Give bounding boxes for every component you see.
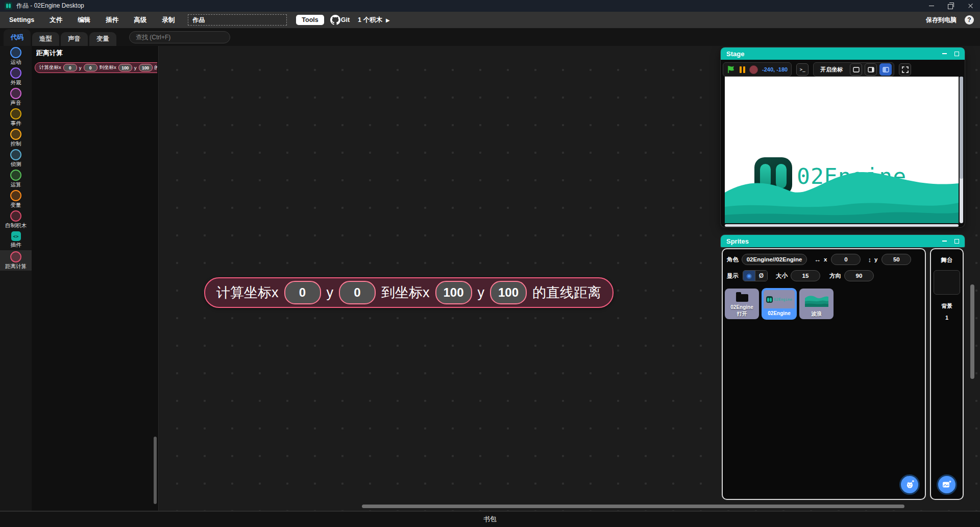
category-label: 运算 <box>11 181 21 188</box>
category-motion[interactable]: 运动 <box>0 46 32 66</box>
pause-button[interactable] <box>740 66 745 73</box>
sprite-y-input[interactable]: 50 <box>881 254 911 265</box>
category-label: 声音 <box>11 100 21 107</box>
category-distance-circle-icon <box>10 251 21 262</box>
sprites-minimize-icon[interactable] <box>942 241 947 242</box>
category-label: 运动 <box>11 59 21 66</box>
git-button[interactable]: Git <box>330 15 350 25</box>
canvas-horizontal-scrollbar[interactable] <box>362 505 904 508</box>
menubar: Settings文件编辑插件高级录制 Tools Git 1 个积木 ▶ 保存到… <box>0 12 980 28</box>
stage-minimize-icon[interactable] <box>942 53 947 54</box>
palette-block-distance[interactable]: 计算坐标x 0 y 0 到坐标x 100 y 100 的直线距离 <box>35 62 157 73</box>
block-input-x2[interactable]: 100 <box>118 64 132 71</box>
page-vertical-scrollbar[interactable] <box>970 284 974 379</box>
stage-viewport[interactable]: 02Engine <box>725 77 959 223</box>
add-backdrop-button[interactable] <box>937 474 957 495</box>
category-label: 自制积木 <box>5 222 27 229</box>
stage-maximize-icon[interactable] <box>954 52 959 56</box>
sprite-x-input[interactable]: 0 <box>831 254 861 265</box>
backdrop-count: 1 <box>931 315 963 321</box>
stage-vertical-scrollbar[interactable] <box>960 77 963 223</box>
horizontal-arrow-icon: ↔ <box>814 256 821 264</box>
minimize-button[interactable] <box>922 0 941 12</box>
window-controls <box>922 0 980 12</box>
eye-on-icon: ◉ <box>746 272 751 279</box>
category-myblocks[interactable]: 自制积木 <box>0 209 32 230</box>
backpack-bar[interactable]: 书包 <box>0 512 980 527</box>
tab-sounds[interactable]: 声音 <box>61 32 88 46</box>
block-input-y2[interactable]: 100 <box>490 281 527 304</box>
menu-item-record[interactable]: 录制 <box>156 16 181 25</box>
palette-heading: 距离计算 <box>36 49 63 58</box>
console-button[interactable]: >_ <box>796 63 808 76</box>
block-text: 的直线距离 <box>532 283 601 302</box>
stage-panel-header[interactable]: Stage <box>721 47 965 60</box>
add-sprite-button[interactable] <box>899 474 920 495</box>
sprite-card-waves[interactable]: 波浪 <box>799 289 834 319</box>
category-variables[interactable]: 变量 <box>0 189 32 209</box>
tab-code[interactable]: 代码 <box>4 29 31 46</box>
block-input-x2[interactable]: 100 <box>435 281 472 304</box>
menu-item-file[interactable]: 文件 <box>43 16 68 25</box>
sprite-direction-input[interactable]: 90 <box>844 270 874 281</box>
play-icon: ▶ <box>386 17 390 23</box>
stage-size-medium-button[interactable] <box>865 63 877 76</box>
palette-scrollbar[interactable] <box>154 437 157 504</box>
menu-item-plugins[interactable]: 插件 <box>100 16 125 25</box>
block-count-indicator[interactable]: 1 个积木 ▶ <box>358 16 390 25</box>
block-input-y1[interactable]: 0 <box>84 64 97 71</box>
fullscreen-button[interactable] <box>899 63 911 76</box>
sprite-row-2: 显示 ◉ Ø 大小 15 方向 90 <box>723 265 925 281</box>
search-input[interactable] <box>129 31 230 43</box>
help-button[interactable]: ? <box>965 15 974 25</box>
folder-icon <box>736 294 748 302</box>
stage-size-large-button[interactable] <box>879 63 892 76</box>
stage-size-small-button[interactable] <box>850 63 862 76</box>
category-operators[interactable]: 运算 <box>0 169 32 189</box>
restore-icon <box>948 4 953 9</box>
category-label: 控制 <box>11 140 21 148</box>
sprite-card-02engine-open[interactable]: 02Engine打开 <box>725 289 759 319</box>
block-text: y <box>327 285 334 301</box>
sprite-card-02engine[interactable]: 02Engine02Engine <box>762 289 796 319</box>
tab-costumes[interactable]: 造型 <box>32 32 59 46</box>
stage-selector-column[interactable]: 舞台 背景 1 <box>930 248 964 500</box>
sprite-name-input[interactable]: 02Engine//02Engine <box>742 254 807 265</box>
block-input-y2[interactable]: 100 <box>139 64 153 71</box>
sprite-size-input[interactable]: 15 <box>791 270 820 281</box>
category-sound[interactable]: 声音 <box>0 87 32 107</box>
category-extension[interactable]: <>插件 <box>0 230 32 250</box>
category-control[interactable]: 控制 <box>0 128 32 148</box>
sprites-panel-header[interactable]: Sprites <box>721 235 965 247</box>
sprites-maximize-icon[interactable] <box>954 239 959 244</box>
category-sensing[interactable]: 侦测 <box>0 148 32 169</box>
block-text: 计算坐标x <box>216 283 279 302</box>
block-palette: 距离计算 计算坐标x 0 y 0 到坐标x 100 y 100 的直线距离 <box>32 46 159 512</box>
tab-variables[interactable]: 变量 <box>89 32 116 46</box>
category-events[interactable]: 事件 <box>0 107 32 128</box>
restore-button[interactable] <box>941 0 961 12</box>
block-input-x1[interactable]: 0 <box>63 64 77 71</box>
hide-sprite-button[interactable]: Ø <box>755 271 767 281</box>
run-controls-group: -240, -180 <box>723 62 792 77</box>
show-sprite-button[interactable]: ◉ <box>743 271 755 281</box>
stop-button[interactable] <box>749 65 758 74</box>
close-button[interactable] <box>961 0 980 12</box>
backdrop-thumbnail[interactable] <box>934 270 960 295</box>
menu-item-advanced[interactable]: 高级 <box>128 16 153 25</box>
stage-panel: Stage -240, -180 >_ 开启坐标 <box>721 47 965 227</box>
category-looks[interactable]: 外观 <box>0 66 32 87</box>
green-flag-button[interactable] <box>727 65 736 74</box>
tools-button[interactable]: Tools <box>296 15 324 25</box>
toggle-coordinates-button[interactable]: 开启坐标 <box>816 63 847 76</box>
block-input-x1[interactable]: 0 <box>284 281 321 304</box>
block-input-y1[interactable]: 0 <box>339 281 376 304</box>
project-name-input[interactable] <box>188 14 287 26</box>
role-label: 角色 <box>727 256 739 264</box>
category-distance[interactable]: 距离计算 <box>0 250 32 271</box>
menu-item-edit[interactable]: 编辑 <box>71 16 96 25</box>
stage-horizontal-scrollbar[interactable] <box>725 224 959 227</box>
menu-item-settings[interactable]: Settings <box>3 16 40 23</box>
save-to-computer-button[interactable]: 保存到电脑 <box>926 16 957 25</box>
distance-block[interactable]: 计算坐标x 0 y 0 到坐标x 100 y 100 的直线距离 <box>204 277 614 308</box>
